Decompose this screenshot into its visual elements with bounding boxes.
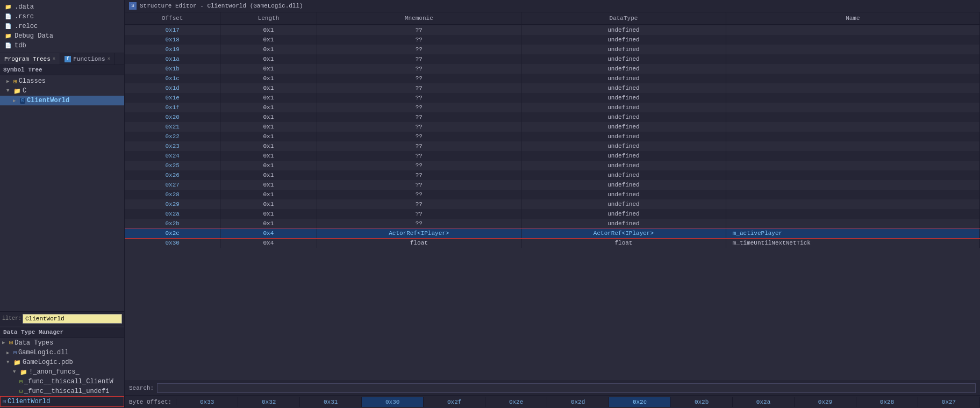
table-row[interactable]: 0x210x1??undefined <box>125 122 980 132</box>
file-item-rsrc[interactable]: 📄 .rsrc <box>0 12 124 22</box>
tree-item-gamelogic-dll[interactable]: ▶ ⊟ GameLogic.dll <box>0 348 124 357</box>
table-cell: 0x1 <box>220 151 317 161</box>
file-label: .data <box>15 3 34 11</box>
file-item-data[interactable]: 📁 .data <box>0 2 124 12</box>
tree-item-gamelogic-pdb[interactable]: ▼ 📁 GameLogic.pdb <box>0 357 124 367</box>
functions-icon: f <box>65 56 71 62</box>
table-row[interactable]: 0x260x1??undefined <box>125 170 980 180</box>
table-cell: undefined <box>521 170 726 180</box>
tab-program-trees[interactable]: Program Trees × <box>0 53 60 65</box>
table-cell: 0x1 <box>220 209 317 219</box>
tree-item-clientworld[interactable]: ▶ © ClientWorld <box>0 96 124 105</box>
tab-close-program-trees[interactable]: × <box>53 56 55 62</box>
offset-cell: 0x2f <box>424 397 485 407</box>
table-cell <box>726 161 979 170</box>
table-cell: 0x23 <box>125 141 220 151</box>
tab-close-functions[interactable]: × <box>108 56 110 62</box>
classes-icon: ⊞ <box>13 78 17 85</box>
offset-cell: 0x29 <box>795 397 856 407</box>
table-row[interactable]: 0x190x1??undefined <box>125 45 980 54</box>
table-cell: 0x1 <box>220 112 317 122</box>
table-row[interactable]: 0x270x1??undefined <box>125 180 980 190</box>
tree-item-anon-funcs[interactable]: ▼ 📁 !_anon_funcs_ <box>0 367 124 377</box>
tree-item-func-thiscall-client[interactable]: ⊟ _func__thiscall_ClientW <box>0 377 124 386</box>
offset-cell: 0x33 <box>176 397 238 407</box>
table-row[interactable]: 0x230x1??undefined <box>125 141 980 151</box>
table-cell: ?? <box>317 112 521 122</box>
tree-item-func-thiscall-undef[interactable]: ⊟ _func__thiscall_undefi <box>0 386 124 396</box>
chevron-icon: ▶ <box>2 340 8 346</box>
table-row[interactable]: 0x2c0x4ActorRef<IPlayer>ActorRef<IPlayer… <box>125 228 980 238</box>
tab-functions[interactable]: f Functions × <box>60 53 115 65</box>
table-cell: undefined <box>521 54 726 64</box>
table-cell: undefined <box>521 199 726 209</box>
pdb-icon: 📁 <box>13 359 21 366</box>
tree-label: _func__thiscall_undefi <box>24 388 109 395</box>
tree-label: C <box>23 87 26 95</box>
table-cell: ?? <box>317 83 521 93</box>
col-datatype: DataType <box>521 12 726 25</box>
table-cell: 0x27 <box>125 180 220 190</box>
offset-cell: 0x2a <box>733 397 795 407</box>
table-cell: undefined <box>521 190 726 199</box>
file-label: .rsrc <box>15 13 34 20</box>
table-row[interactable]: 0x2a0x1??undefined <box>125 209 980 219</box>
table-cell: 0x28 <box>125 190 220 199</box>
table-row[interactable]: 0x240x1??undefined <box>125 151 980 161</box>
table-cell: 0x1 <box>220 122 317 132</box>
table-cell: ?? <box>317 64 521 74</box>
folder-icon: 📁 <box>4 33 12 39</box>
table-row[interactable]: 0x290x1??undefined <box>125 199 980 209</box>
table-cell: 0x2c <box>125 228 220 238</box>
file-item-reloc[interactable]: 📄 .reloc <box>0 22 124 31</box>
window-title-bar: S Structure Editor - ClientWorld (GameLo… <box>125 0 980 12</box>
table-cell: ?? <box>317 93 521 103</box>
table-row[interactable]: 0x2b0x1??undefined <box>125 219 980 228</box>
table-cell: 0x1 <box>220 132 317 141</box>
symbol-tree-container: ▶ ⊞ Classes ▼ 📁 C ▶ © ClientWorld <box>0 75 124 311</box>
window-title: Structure Editor - ClientWorld (GameLogi… <box>140 3 303 9</box>
table-row[interactable]: 0x280x1??undefined <box>125 190 980 199</box>
table-row[interactable]: 0x220x1??undefined <box>125 132 980 141</box>
offset-cell: 0x27 <box>918 397 980 407</box>
table-row[interactable]: 0x250x1??undefined <box>125 161 980 170</box>
table-row[interactable]: 0x170x1??undefined <box>125 25 980 35</box>
filter-input[interactable] <box>23 314 122 324</box>
offset-cell: 0x2b <box>671 397 733 407</box>
table-cell: undefined <box>521 141 726 151</box>
file-item-debug[interactable]: 📁 Debug Data <box>0 31 124 41</box>
table-cell: 0x2b <box>125 219 220 228</box>
table-row[interactable]: 0x1e0x1??undefined <box>125 93 980 103</box>
tree-label: !_anon_funcs_ <box>29 368 80 376</box>
file-icon: 📄 <box>4 13 12 20</box>
offset-cell: 0x28 <box>856 397 918 407</box>
table-row[interactable]: 0x200x1??undefined <box>125 112 980 122</box>
tree-item-datatypes[interactable]: ▶ ⊞ Data Types <box>0 338 124 348</box>
table-cell: 0x1 <box>220 141 317 151</box>
table-row[interactable]: 0x1d0x1??undefined <box>125 83 980 93</box>
tree-item-clientworld-dtm[interactable]: ⊟ ClientWorld <box>0 396 124 407</box>
table-cell: ?? <box>317 25 521 35</box>
func-icon: ⊟ <box>19 388 23 395</box>
table-row[interactable]: 0x1c0x1??undefined <box>125 74 980 83</box>
tree-item-classes[interactable]: ▶ ⊞ Classes <box>0 76 124 86</box>
table-cell: 0x4 <box>220 228 317 238</box>
table-row[interactable]: 0x1f0x1??undefined <box>125 103 980 112</box>
folder-icon: 📁 <box>4 4 12 10</box>
search-input[interactable] <box>157 383 976 393</box>
table-row[interactable]: 0x1a0x1??undefined <box>125 54 980 64</box>
table-row[interactable]: 0x1b0x1??undefined <box>125 64 980 74</box>
table-cell <box>726 112 979 122</box>
table-cell <box>726 141 979 151</box>
table-cell <box>726 54 979 64</box>
table-cell: ActorRef<IPlayer> <box>317 228 521 238</box>
table-cell <box>726 219 979 228</box>
byte-offset-label: Byte Offset: <box>125 399 176 405</box>
tree-item-c-folder[interactable]: ▼ 📁 C <box>0 86 124 96</box>
file-label: Debug Data <box>15 32 53 40</box>
table-row[interactable]: 0x180x1??undefined <box>125 35 980 45</box>
table-row[interactable]: 0x300x4floatfloatm_timeUntilNextNetTick <box>125 238 980 248</box>
file-item-tdb[interactable]: 📄 tdb <box>0 41 124 51</box>
table-cell: ?? <box>317 132 521 141</box>
table-cell: 0x1e <box>125 93 220 103</box>
